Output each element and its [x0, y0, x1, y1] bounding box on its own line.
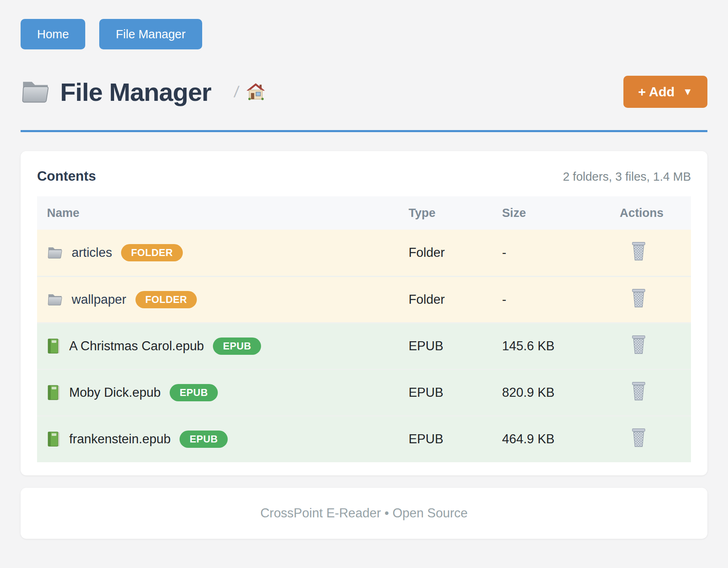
table-row: articles FOLDER Folder - [37, 230, 691, 276]
contents-summary: 2 folders, 3 files, 1.4 MB [563, 170, 691, 184]
folder-icon [47, 246, 63, 259]
table-header-row: Name Type Size Actions [37, 196, 691, 230]
contents-title: Contents [37, 168, 96, 184]
entry-size: 145.6 KB [492, 323, 610, 369]
green-book-icon [47, 338, 60, 354]
folder-icon [47, 293, 63, 306]
entry-type: EPUB [399, 369, 492, 416]
epub-badge: EPUB [180, 431, 228, 448]
entry-type: EPUB [399, 323, 492, 369]
table-row: wallpaper FOLDER Folder - [37, 276, 691, 323]
column-header-type: Type [399, 196, 492, 230]
trash-icon [630, 427, 648, 448]
entry-name-link[interactable]: wallpaper [72, 292, 126, 307]
add-button-label: + Add [638, 84, 675, 100]
entry-size: 464.9 KB [492, 416, 610, 462]
file-manager-nav-button[interactable]: File Manager [99, 19, 202, 49]
green-book-icon [47, 431, 60, 447]
folder-icon [21, 79, 49, 104]
home-icon[interactable] [246, 82, 265, 101]
folder-badge: FOLDER [121, 244, 183, 261]
epub-badge: EPUB [213, 338, 261, 355]
entry-size: 820.9 KB [492, 369, 610, 416]
delete-button[interactable] [630, 288, 648, 308]
footer-card: CrossPoint E-Reader • Open Source [21, 488, 707, 539]
contents-card-header: Contents 2 folders, 3 files, 1.4 MB [37, 168, 691, 184]
breadcrumb-separator: / [233, 83, 240, 101]
entry-type: Folder [399, 276, 492, 323]
footer-text: CrossPoint E-Reader • Open Source [260, 506, 468, 520]
home-nav-button[interactable]: Home [21, 19, 85, 49]
entry-name-link[interactable]: articles [72, 245, 112, 260]
add-button[interactable]: + Add ▼ [623, 76, 707, 108]
entry-name-link[interactable]: Moby Dick.epub [69, 385, 161, 400]
page-title: File Manager [60, 77, 211, 107]
entry-type: Folder [399, 230, 492, 276]
trash-icon [630, 241, 648, 261]
entry-name-link[interactable]: frankenstein.epub [69, 432, 170, 447]
title-group: File Manager / [21, 77, 265, 107]
top-nav: Home File Manager [21, 0, 707, 49]
delete-button[interactable] [630, 334, 648, 355]
page: Home File Manager File Manager / + Add ▼… [0, 0, 728, 539]
delete-button[interactable] [630, 381, 648, 401]
entry-size: - [492, 230, 610, 276]
trash-icon [630, 381, 648, 401]
delete-button[interactable] [630, 427, 648, 448]
trash-icon [630, 334, 648, 355]
contents-card: Contents 2 folders, 3 files, 1.4 MB Name… [21, 151, 707, 475]
entry-name-link[interactable]: A Christmas Carol.epub [69, 339, 204, 354]
entry-type: EPUB [399, 416, 492, 462]
column-header-name: Name [37, 196, 399, 230]
chevron-down-icon: ▼ [683, 86, 693, 98]
page-header: File Manager / + Add ▼ [21, 76, 707, 108]
column-header-actions: Actions [610, 196, 691, 230]
green-book-icon [47, 384, 60, 401]
table-row: A Christmas Carol.epub EPUB EPUB 145.6 K… [37, 323, 691, 369]
delete-button[interactable] [630, 241, 648, 261]
epub-badge: EPUB [170, 384, 218, 401]
title-divider [21, 130, 707, 132]
table-row: frankenstein.epub EPUB EPUB 464.9 KB [37, 416, 691, 462]
file-table: Name Type Size Actions articles FOLDER F… [37, 196, 691, 462]
trash-icon [630, 288, 648, 308]
column-header-size: Size [492, 196, 610, 230]
folder-badge: FOLDER [135, 291, 197, 308]
table-row: Moby Dick.epub EPUB EPUB 820.9 KB [37, 369, 691, 416]
breadcrumb: / [234, 82, 265, 101]
entry-size: - [492, 276, 610, 323]
